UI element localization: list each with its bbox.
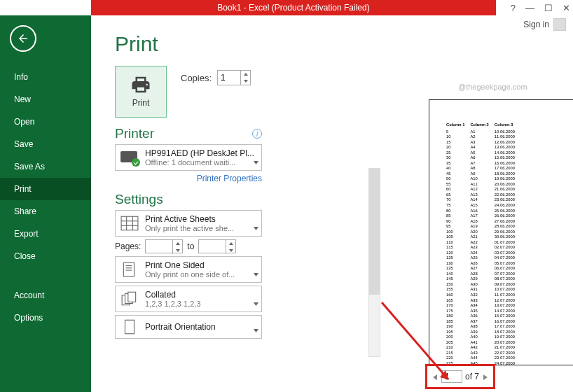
window-title: Book1 - Excel (Product Activation Failed… xyxy=(217,3,369,13)
print-scope-dropdown[interactable]: Print Active SheetsOnly print the active… xyxy=(115,210,262,237)
portrait-icon xyxy=(120,319,139,335)
printer-dropdown[interactable]: HP991AED (HP DeskJet Pl...Offline: 1 doc… xyxy=(115,144,262,171)
settings-section: Settings xyxy=(115,192,163,207)
chevron-down-icon xyxy=(254,296,258,309)
maximize-button[interactable]: ☐ xyxy=(544,3,553,13)
backstage-sidebar: InfoNewOpenSaveSave AsPrintShareExportCl… xyxy=(0,15,91,392)
info-icon[interactable]: i xyxy=(252,129,262,139)
nav-close[interactable]: Close xyxy=(0,245,91,267)
settings-scrollbar[interactable] xyxy=(368,168,380,357)
printer-section: Printer xyxy=(115,126,154,141)
prev-page-button[interactable] xyxy=(432,369,439,384)
nav-info[interactable]: Info xyxy=(0,66,91,88)
copies-up[interactable] xyxy=(241,71,250,78)
collate-dropdown[interactable]: Collated1,2,3 1,2,3 1,2,3 xyxy=(115,286,262,312)
chevron-down-icon xyxy=(254,155,258,167)
copies-label: Copies: xyxy=(181,73,212,83)
nav-save[interactable]: Save xyxy=(0,133,91,155)
svg-rect-12 xyxy=(125,320,134,334)
page-input[interactable] xyxy=(441,370,462,383)
scope-sub: Only print the active she... xyxy=(145,224,257,232)
pages-from-up[interactable] xyxy=(173,240,182,247)
chevron-down-icon xyxy=(254,220,258,233)
pages-label: Pages: xyxy=(115,241,141,251)
page-icon xyxy=(120,262,139,277)
pages-from-down[interactable] xyxy=(173,247,182,254)
pages-from[interactable] xyxy=(145,239,183,253)
copies-input[interactable] xyxy=(218,71,240,84)
printer-ready-icon xyxy=(120,150,139,165)
copies-down[interactable] xyxy=(241,78,250,85)
next-page-button[interactable] xyxy=(482,369,489,384)
minimize-button[interactable]: — xyxy=(525,3,534,13)
printer-icon xyxy=(130,76,151,94)
sheet-icon xyxy=(120,216,139,231)
sides-sub: Only print on one side of... xyxy=(145,270,257,279)
close-button[interactable]: ✕ xyxy=(562,3,570,13)
nav-open[interactable]: Open xyxy=(0,111,91,133)
collate-title: Collated xyxy=(145,290,257,300)
title-band: Book1 - Excel (Product Activation Failed… xyxy=(91,0,496,15)
pages-from-input[interactable] xyxy=(146,240,172,253)
collate-icon xyxy=(120,291,139,307)
help-button[interactable]: ? xyxy=(511,3,516,13)
nav-share[interactable]: Share xyxy=(0,200,91,223)
nav-account[interactable]: Account xyxy=(0,284,91,307)
nav-export[interactable]: Export xyxy=(0,223,91,245)
sides-dropdown[interactable]: Print One SidedOnly print on one side of… xyxy=(115,256,262,283)
chevron-down-icon xyxy=(254,267,258,279)
printer-name: HP991AED (HP DeskJet Pl... xyxy=(145,148,257,158)
svg-rect-0 xyxy=(121,216,138,230)
scope-title: Print Active Sheets xyxy=(145,214,257,224)
sides-title: Print One Sided xyxy=(145,260,257,270)
print-panel: Print Print Copies: Printeri HP991AED (H xyxy=(91,15,280,392)
titlebar: Book1 - Excel (Product Activation Failed… xyxy=(0,0,573,15)
svg-rect-5 xyxy=(123,262,134,276)
printer-status: Offline: 1 document waiti... xyxy=(145,158,257,167)
page-navigator: of 7 xyxy=(425,364,495,389)
nav-save-as[interactable]: Save As xyxy=(0,155,91,178)
pages-to-up[interactable] xyxy=(226,240,235,247)
page-of-label: of 7 xyxy=(465,372,479,382)
nav-new[interactable]: New xyxy=(0,88,91,111)
pages-to[interactable] xyxy=(198,239,236,253)
print-button-label: Print xyxy=(132,98,150,108)
pages-to-label: to xyxy=(187,241,194,251)
preview-page: Column 1Column 2Column 35A110.06.200010A… xyxy=(429,99,573,365)
orient-title: Portrait Orientation xyxy=(145,322,257,332)
copies-spinner[interactable] xyxy=(217,70,251,85)
svg-rect-11 xyxy=(128,292,136,302)
back-button[interactable] xyxy=(10,25,36,52)
print-button[interactable]: Print xyxy=(115,66,167,118)
printer-properties-link[interactable]: Printer Properties xyxy=(115,174,262,183)
nav-options[interactable]: Options xyxy=(0,307,91,329)
chevron-down-icon xyxy=(254,323,258,335)
print-preview: Column 1Column 2Column 35A110.06.200010A… xyxy=(399,87,573,389)
orientation-dropdown[interactable]: Portrait Orientation xyxy=(115,315,262,339)
collate-sub: 1,2,3 1,2,3 1,2,3 xyxy=(145,300,257,308)
pages-to-down[interactable] xyxy=(226,247,235,254)
nav-print[interactable]: Print xyxy=(0,178,91,200)
page-title: Print xyxy=(115,32,280,56)
pages-to-input[interactable] xyxy=(199,240,226,253)
